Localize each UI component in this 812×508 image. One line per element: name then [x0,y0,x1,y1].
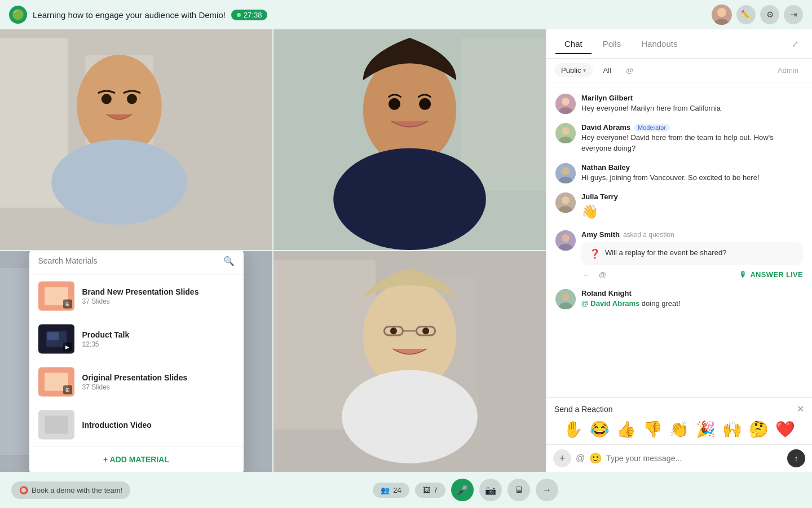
reaction-thumbsdown[interactable]: 👎 [643,420,663,439]
reaction-raise-both[interactable]: 🙌 [722,420,742,439]
book-demo-button[interactable]: ⭕ Book a demo with the team! [11,481,130,499]
svg-point-7 [51,140,187,225]
reaction-header: Send a Reaction ✕ [554,404,804,414]
reaction-thumbsup[interactable]: 👍 [616,420,636,439]
settings-button[interactable]: ⚙ [760,5,779,24]
media-icon: 🖼 [423,486,430,494]
msg-body-5: Amy Smith asked a question ❓ Will a repl… [581,230,803,280]
attendees-button[interactable]: 👥 24 [373,483,409,498]
mic-button[interactable]: 🎤 [451,479,474,501]
top-bar: 🟢 Learning how to engage your audience w… [0,0,812,29]
material-info-4: Introduction Video [82,420,235,429]
svg-point-8 [102,94,112,104]
screen-share-button[interactable]: 🖥 [508,479,530,501]
chat-message-2: David Abrams Moderator Hey everyone! Dav… [546,119,812,159]
svg-point-41 [562,167,570,175]
slide-icon-2: ▶ [63,342,72,351]
msg-body-4: Julia Terry 👋 [581,192,803,222]
reaction-thinking[interactable]: 🤔 [749,420,769,439]
tab-polls[interactable]: Polls [594,34,630,54]
reaction-emojis: ✋ 😂 👍 👎 👏 🎉 🙌 🤔 ❤️ [554,420,804,439]
reaction-clap[interactable]: 👏 [669,420,689,439]
media-button[interactable]: 🖼 7 [415,483,445,498]
chat-emoji-button[interactable]: 🙂 [589,452,602,465]
asked-question-badge: asked a question [623,231,674,239]
mention-david: @ David Abrams [581,299,639,308]
msg-name-3: Nathan Bailey [581,163,630,172]
svg-point-14 [389,98,400,110]
mic-icon: 🎤 [457,485,468,496]
bottom-bar: ⭕ Book a demo with the team! 👥 24 🖼 7 🎤 … [0,472,812,508]
reaction-laugh[interactable]: 😂 [590,420,610,439]
answer-live-label: ANSWER LIVE [750,270,803,279]
reaction-close-button[interactable]: ✕ [797,404,804,414]
media-count: 7 [434,486,438,494]
material-sub-3: 37 Slides [82,383,235,391]
avatar-nathan [555,163,576,183]
material-sub-2: 12:35 [82,340,235,348]
q-at-button[interactable]: @ [597,269,608,280]
materials-search-input[interactable] [38,256,219,265]
msg-header-4: Julia Terry [581,192,803,201]
msg-name-6: Roland Knight [581,289,632,297]
leave-icon: → [542,485,551,495]
chat-message-4: Julia Terry 👋 [546,188,812,226]
edit-button[interactable]: ✏️ [736,5,756,24]
host-avatar [712,5,732,25]
chat-input-field[interactable] [606,454,783,463]
reaction-raise-hand[interactable]: ✋ [563,420,583,439]
msg-text-2: Hey everyone! David here from the team t… [581,133,803,154]
slide-icon-3: ⊞ [63,385,72,394]
main-layout: 🔍 ⊞ Brand New Presentation Slides 37 Sli… [0,29,812,472]
msg-name-4: Julia Terry [581,192,618,201]
add-material-button[interactable]: + ADD MATERIAL [29,446,244,471]
reaction-tada[interactable]: 🎉 [696,420,716,439]
demio-logo: 🟢 [9,6,27,24]
attendees-icon: 👥 [381,486,390,494]
material-name-4: Introduction Video [82,420,235,429]
material-item-1[interactable]: ⊞ Brand New Presentation Slides 37 Slide… [29,274,244,317]
avatar-roland [555,289,576,309]
chevron-down-icon: ▾ [583,67,586,73]
timer-value: 27:38 [244,11,262,19]
q-more-button[interactable]: ··· [581,269,592,280]
avatar-marilyn [555,94,576,114]
chat-input-bar: + @ 🙂 ↑ [546,444,812,472]
material-item-3[interactable]: ⊞ Original Presentation Slides 37 Slides [29,360,244,403]
svg-point-33 [422,327,429,334]
video-cell-1 [0,29,272,250]
msg-text-1: Hey everyone! Marilyn here from Californ… [581,103,803,114]
book-demo-label: Book a demo with the team! [32,486,122,494]
reaction-heart[interactable]: ❤️ [775,420,795,439]
material-thumb-1: ⊞ [38,281,74,310]
chat-at-button[interactable]: @ [576,453,585,463]
svg-point-28 [342,370,478,463]
panel-expand-button[interactable]: ⤢ [787,36,803,52]
tab-chat[interactable]: Chat [555,34,592,54]
filter-public-button[interactable]: Public ▾ [554,63,593,77]
material-item-2[interactable]: ▶ Product Talk 12:35 [29,317,244,360]
msg-name-1: Marilyn Gilbert [581,94,633,102]
svg-point-1 [717,8,726,17]
tab-handouts[interactable]: Handouts [632,34,686,54]
chat-plus-button[interactable]: + [553,449,571,467]
right-panel: Chat Polls Handouts ⤢ Public ▾ All @ Adm… [546,29,812,472]
svg-rect-11 [461,38,546,191]
leave-button[interactable]: → [536,479,558,501]
svg-point-47 [562,234,570,242]
question-actions: ··· @ 🎙 ANSWER LIVE [581,267,803,280]
share-button[interactable]: ⇥ [784,5,803,24]
book-demo-icon: ⭕ [19,486,28,494]
camera-button[interactable]: 📷 [479,479,502,501]
chat-send-button[interactable]: ↑ [787,449,805,467]
material-info-3: Original Presentation Slides 37 Slides [82,373,235,391]
material-item-4[interactable]: Introduction Video [29,403,244,446]
msg-body-3: Nathan Bailey Hi guys, joining from Vanc… [581,163,803,183]
answer-live-button[interactable]: 🎙 ANSWER LIVE [739,270,803,279]
msg-text-3: Hi guys, joining from Vancouver. So exci… [581,173,803,183]
send-reaction-bar: Send a Reaction ✕ ✋ 😂 👍 👎 👏 🎉 🙌 🤔 ❤️ [546,397,812,444]
msg-body-1: Marilyn Gilbert Hey everyone! Marilyn he… [581,94,803,114]
timer-dot [237,13,241,17]
session-timer: 27:38 [231,10,268,20]
bottom-bar-left: ⭕ Book a demo with the team! [11,481,130,499]
